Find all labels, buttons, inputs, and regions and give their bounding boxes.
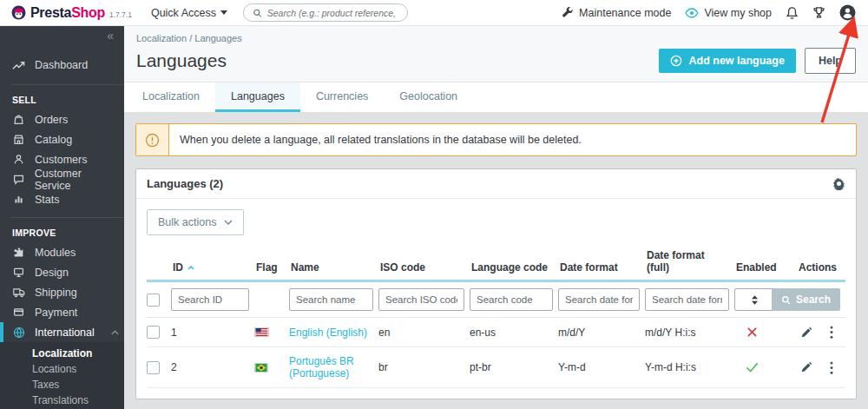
- cell-date-format: Y-m-d: [558, 347, 645, 388]
- sidebar-item-label: Modules: [35, 247, 76, 259]
- quick-access-dropdown[interactable]: Quick Access: [151, 7, 227, 19]
- page-header: Localization / Languages Languages Add n…: [124, 26, 868, 82]
- sidebar-item-label: Customers: [35, 154, 87, 166]
- table-header-row: ID Flag Name ISO code Language code Date…: [147, 246, 845, 281]
- sidebar-divider: [10, 217, 124, 218]
- view-my-shop-link[interactable]: View my shop: [685, 7, 772, 19]
- global-search-input[interactable]: [267, 8, 398, 18]
- search-icon: [781, 295, 791, 305]
- catalog-store-icon: [12, 134, 25, 145]
- filter-id-input[interactable]: [171, 288, 249, 311]
- row-menu-dots-icon[interactable]: [830, 326, 833, 339]
- column-header-enabled[interactable]: Enabled: [734, 246, 782, 281]
- language-name-link[interactable]: Português BR (Portuguese): [289, 355, 354, 379]
- page-title: Languages: [136, 50, 227, 71]
- bulk-actions-button[interactable]: Bulk actions: [147, 209, 244, 235]
- sidebar-item-label: Customer Service: [35, 168, 119, 192]
- breadcrumb-languages[interactable]: Languages: [194, 33, 241, 43]
- top-bar: PrestaShop 1.7.7.1 Quick Access Maintena…: [0, 0, 868, 26]
- br-flag-icon: [254, 363, 268, 373]
- sidebar-item-design[interactable]: Design: [0, 262, 124, 282]
- row-checkbox[interactable]: [147, 361, 160, 374]
- sidebar-item-label: International: [35, 327, 95, 339]
- filter-code-input[interactable]: [470, 288, 553, 311]
- filter-name-input[interactable]: [289, 288, 373, 311]
- sidebar-collapse-icon[interactable]: «: [0, 26, 124, 47]
- achievements-trophy-icon[interactable]: [812, 6, 825, 20]
- row-checkbox[interactable]: [147, 326, 160, 339]
- prestashop-logo[interactable]: PrestaShop 1.7.7.1: [0, 5, 132, 21]
- chevron-down-icon: [224, 220, 233, 225]
- edit-pencil-icon[interactable]: [800, 327, 812, 339]
- column-header-name[interactable]: Name: [289, 246, 378, 281]
- row-menu-dots-icon[interactable]: [830, 361, 833, 374]
- sidebar-item-label: Payment: [35, 307, 77, 319]
- sidebar-item-modules[interactable]: Modules: [0, 242, 124, 262]
- sidebar-divider: [10, 84, 124, 85]
- breadcrumb-localization[interactable]: Localization: [136, 33, 187, 43]
- stats-chart-icon: [12, 194, 25, 205]
- table-row-english[interactable]: 1 English (English) en en-us m/d/Y m/d/Y…: [147, 318, 845, 347]
- payment-card-icon: [12, 307, 25, 318]
- sidebar-subitem-locations[interactable]: Locations: [0, 360, 124, 376]
- tab-geolocation[interactable]: Geolocation: [384, 82, 473, 112]
- gear-icon[interactable]: [832, 177, 845, 190]
- tab-languages[interactable]: Languages: [215, 82, 300, 112]
- search-icon: [253, 8, 262, 18]
- sidebar-item-label: Design: [35, 267, 69, 279]
- sidebar-item-dashboard[interactable]: Dashboard: [0, 54, 124, 76]
- main-content: Localization / Languages Languages Add n…: [124, 26, 868, 409]
- sidebar-item-international[interactable]: International: [0, 322, 124, 342]
- column-header-date-format[interactable]: Date format: [558, 246, 645, 281]
- sidebar-subitem-localization[interactable]: Localization: [0, 345, 124, 360]
- sidebar-item-shipping[interactable]: Shipping: [0, 282, 124, 302]
- account-avatar-icon[interactable]: [839, 4, 856, 21]
- search-button-label: Search: [796, 294, 831, 306]
- sidebar-section-sell: SELL: [0, 91, 124, 109]
- sidebar-subitem-taxes[interactable]: Taxes: [0, 376, 124, 392]
- enabled-filter-select[interactable]: [734, 288, 774, 311]
- sort-caret-up-icon[interactable]: [187, 266, 194, 270]
- help-button[interactable]: Help: [805, 48, 856, 74]
- trending-up-icon: [12, 60, 25, 70]
- sidebar-item-payment[interactable]: Payment: [0, 302, 124, 322]
- sidebar-subitem-translations[interactable]: Translations: [0, 392, 124, 407]
- chevron-up-icon: [111, 330, 119, 335]
- select-all-checkbox[interactable]: [147, 294, 160, 307]
- filter-date-full-input[interactable]: [645, 288, 729, 311]
- sidebar-item-stats[interactable]: Stats: [0, 189, 124, 209]
- view-my-shop-label: View my shop: [704, 7, 772, 19]
- column-header-id[interactable]: ID: [173, 261, 183, 274]
- tab-bar: Localization Languages Currencies Geoloc…: [124, 82, 868, 112]
- language-name-link[interactable]: English (English): [289, 327, 367, 339]
- top-bar-right: Maintenance mode View my shop: [562, 4, 868, 21]
- column-header-iso[interactable]: ISO code: [378, 246, 470, 281]
- column-header-language-code[interactable]: Language code: [470, 246, 558, 281]
- column-header-actions: Actions: [782, 246, 845, 281]
- table-row-portuguese[interactable]: 2 Português BR (Portuguese) br pt-br Y-m…: [147, 347, 845, 388]
- tab-currencies[interactable]: Currencies: [300, 82, 384, 112]
- global-search[interactable]: [243, 3, 408, 22]
- sidebar-item-label: Orders: [35, 114, 68, 126]
- sidebar-item-customer-service[interactable]: Customer Service: [0, 169, 124, 189]
- us-flag-icon: [254, 327, 269, 337]
- cell-id: 2: [171, 347, 254, 388]
- cell-language-code: en-us: [470, 318, 558, 347]
- maintenance-mode-link[interactable]: Maintenance mode: [562, 7, 671, 19]
- cell-language-code: pt-br: [470, 347, 558, 388]
- bulk-actions-label: Bulk actions: [158, 216, 216, 228]
- filter-iso-input[interactable]: [378, 288, 464, 311]
- notifications-bell-icon[interactable]: [786, 6, 799, 20]
- sidebar-item-orders[interactable]: Orders: [0, 109, 124, 129]
- panel-title: Languages (2): [147, 177, 223, 190]
- disabled-x-icon[interactable]: [734, 327, 769, 338]
- edit-pencil-icon[interactable]: [800, 361, 812, 373]
- add-new-language-button[interactable]: Add new language: [659, 49, 795, 73]
- column-header-date-format-full[interactable]: Date format (full): [645, 246, 734, 281]
- sidebar-item-catalog[interactable]: Catalog: [0, 129, 124, 149]
- search-button[interactable]: Search: [772, 288, 840, 311]
- warning-icon-cell: [136, 124, 169, 155]
- enabled-check-icon[interactable]: [734, 362, 769, 373]
- tab-localization[interactable]: Localization: [127, 82, 215, 112]
- filter-date-input[interactable]: [558, 288, 640, 311]
